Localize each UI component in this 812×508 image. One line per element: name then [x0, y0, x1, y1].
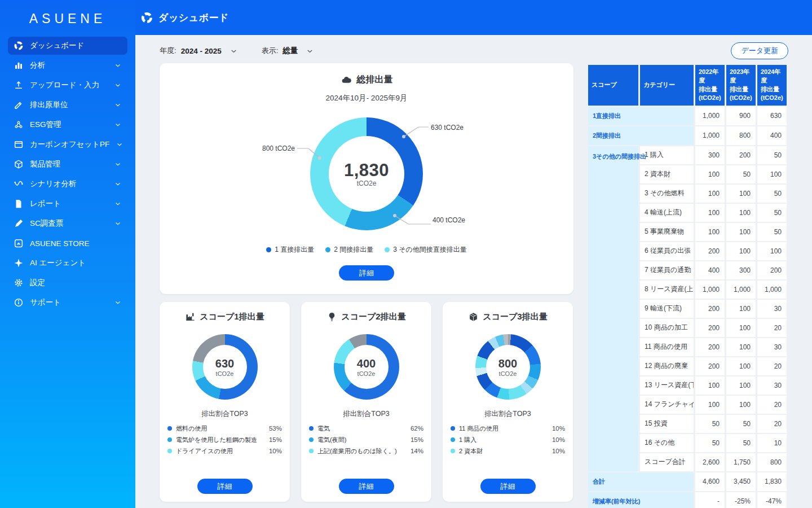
year-filter-value: 2024 - 2025 — [181, 47, 222, 55]
scope-donut: 400tCO2e — [334, 334, 399, 400]
year-filter-label: 年度: — [160, 46, 176, 56]
table-body: 1直接排出1,0009006302間接排出1,0008004003その他の間接排… — [588, 107, 787, 508]
data-refresh-button[interactable]: データ更新 — [731, 42, 788, 59]
sidebar-item-carbon-offset-pf[interactable]: カーボンオフセットPF — [8, 135, 127, 154]
legend-dot — [309, 437, 314, 442]
table-row: 3その他の間接排出1 購入30020050 — [588, 146, 787, 164]
app-root: ASUENE ダッシュボード分析アップロード・入力排出原単位ESG管理カーボンオ… — [0, 0, 812, 508]
top3-label: 燃料の使用 — [176, 424, 207, 433]
sidebar-item-label: サポート — [30, 297, 61, 308]
scope-card-title: スコープ2排出量 — [341, 312, 405, 322]
chevron-down-icon — [114, 220, 122, 227]
top3-list: 燃料の使用53%電気炉を使用した粗鋼の製造15%ドライアイスの使用10% — [167, 423, 282, 457]
emission-value-cell: 1,830 — [757, 472, 787, 491]
detail-button[interactable]: 詳細 — [339, 479, 394, 494]
emission-value-cell: 200 — [695, 242, 725, 260]
emission-value-cell: 1,000 — [726, 281, 756, 299]
nodes-icon — [14, 120, 24, 130]
emission-value-cell: -47% — [757, 492, 787, 508]
emission-value-cell: 200 — [695, 319, 725, 337]
top3-percent: 10% — [552, 436, 565, 443]
scope-card-title-row: スコープ3排出量 — [443, 302, 573, 322]
sidebar-item-settings[interactable]: 設定 — [8, 274, 127, 292]
emission-value-cell: 100 — [726, 376, 756, 395]
main-pane: ダッシュボード 年度: 2024 - 2025 表示: 総量 データ更新 — [135, 0, 812, 508]
emission-value-cell: 4,600 — [695, 472, 725, 491]
year-filter[interactable]: 年度: 2024 - 2025 — [160, 46, 238, 56]
sidebar-item-esg-management[interactable]: ESG管理 — [8, 116, 127, 134]
detail-button[interactable]: 詳細 — [339, 265, 394, 281]
dashboard-columns: 総排出量 2024年10月- 2025年9月 1,830 tCO2e — [160, 63, 788, 508]
emission-value-cell: 50 — [757, 204, 787, 222]
legend-item: 1 直接排出量 — [266, 245, 314, 255]
top3-percent: 53% — [269, 425, 282, 432]
filter-bar: 年度: 2024 - 2025 表示: 総量 データ更新 — [160, 42, 788, 59]
callout-scope3-value: 800 tCO2e — [260, 144, 295, 152]
legend-dot — [309, 449, 314, 453]
chevron-down-icon — [114, 62, 122, 69]
emission-value-cell: 800 — [726, 126, 756, 145]
emission-value-cell: 20 — [757, 415, 787, 433]
total-label-cell: 増減率(前年対比) — [588, 492, 694, 508]
scope-unit: tCO2e — [216, 370, 234, 377]
top3-title: 排出割合TOP3 — [443, 409, 573, 419]
store-icon — [14, 238, 24, 248]
emission-value-cell: 400 — [757, 126, 787, 145]
detail-button[interactable]: 詳細 — [480, 479, 536, 494]
total-emissions-title-row: 総排出量 — [160, 63, 573, 86]
total-emissions-card: 総排出量 2024年10月- 2025年9月 1,830 tCO2e — [160, 63, 573, 294]
category-cell: 2 資本財 — [640, 165, 694, 183]
top3-label: 上記(産業用のものは除く。) — [317, 447, 397, 456]
sidebar-item-scenario-analysis[interactable]: シナリオ分析 — [8, 175, 127, 193]
emission-value-cell: 30 — [757, 376, 787, 395]
cloud-icon — [341, 74, 352, 86]
sidebar-item-label: 排出原単位 — [30, 100, 68, 110]
total-unit: tCO2e — [357, 179, 377, 187]
legend-dot — [451, 437, 455, 442]
total-emissions-title: 総排出量 — [357, 74, 393, 86]
scope-cell: 2間接排出 — [588, 126, 694, 145]
dashboard-donut-icon — [14, 41, 24, 51]
display-filter[interactable]: 表示: 総量 — [262, 46, 315, 56]
scope-unit: tCO2e — [499, 370, 517, 377]
category-cell: 15 投資 — [640, 415, 694, 433]
emission-value-cell: 50 — [695, 415, 725, 433]
sidebar-item-analysis[interactable]: 分析 — [8, 56, 127, 75]
sidebar-item-emission-factor[interactable]: 排出原単位 — [8, 96, 127, 114]
sidebar-item-product-management[interactable]: 製品管理 — [8, 155, 127, 173]
legend-dot — [309, 426, 314, 431]
column-header: カテゴリー — [640, 65, 694, 106]
sidebar-item-report[interactable]: レポート — [8, 195, 127, 213]
sidebar-item-dashboard[interactable]: ダッシュボード — [8, 37, 127, 55]
detail-button[interactable]: 詳細 — [197, 479, 253, 494]
top3-item: 電気(夜間)15% — [309, 434, 423, 445]
sidebar-item-label: ASUENE STORE — [30, 239, 90, 248]
sidebar-item-ai-agent[interactable]: AI エージェント — [8, 254, 127, 272]
emission-value-cell: 2,600 — [695, 453, 725, 471]
callout-scope1-value: 630 tCO2e — [431, 124, 464, 132]
emission-value-cell: 100 — [695, 376, 725, 395]
top3-percent: 14% — [411, 448, 423, 454]
asuene-logo: ASUENE — [0, 0, 135, 35]
box-icon — [14, 159, 24, 169]
sidebar-item-label: 製品管理 — [30, 159, 60, 169]
sidebar-item-label: シナリオ分析 — [30, 179, 76, 189]
scope-cell: 3その他の間接排出 — [588, 146, 638, 471]
sidebar-item-support[interactable]: サポート — [8, 294, 127, 312]
sidebar-item-label: カーボンオフセットPF — [30, 139, 109, 150]
sidebar-item-sc-survey[interactable]: SC調査票 — [8, 214, 127, 233]
emission-value-cell: 200 — [695, 357, 725, 375]
scope-card-title: スコープ1排出量 — [200, 312, 264, 322]
sidebar-item-asuene-store[interactable]: ASUENE STORE — [8, 234, 127, 252]
charts-column: 総排出量 2024年10月- 2025年9月 1,830 tCO2e — [160, 63, 573, 508]
chevron-down-icon — [114, 299, 122, 306]
legend-dot — [451, 449, 455, 453]
sidebar-item-upload-input[interactable]: アップロード・入力 — [8, 76, 127, 94]
top3-item: 上記(産業用のものは除く。)14% — [309, 445, 423, 457]
display-filter-value: 総量 — [283, 46, 298, 56]
category-cell: 8 リース資産(上流) — [640, 281, 694, 299]
emission-value-cell: 50 — [726, 415, 756, 433]
top3-percent: 10% — [552, 425, 565, 432]
emission-value-cell: 100 — [726, 357, 756, 375]
emission-value-cell: 100 — [695, 396, 725, 414]
